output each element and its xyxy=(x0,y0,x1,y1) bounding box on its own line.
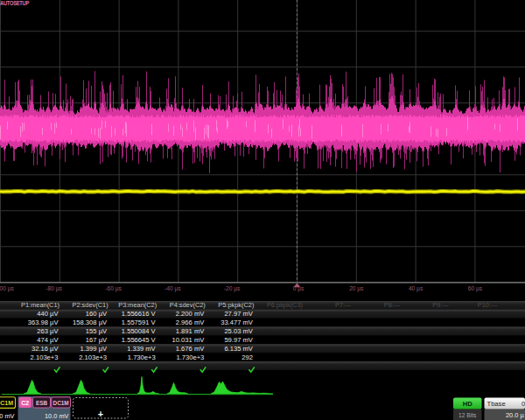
svg-text:+: + xyxy=(98,409,103,419)
svg-text:1.891 mV: 1.891 mV xyxy=(176,327,205,335)
svg-text:363.98 µV: 363.98 µV xyxy=(28,318,60,326)
svg-text:10.0 mV: 10.0 mV xyxy=(45,412,69,420)
svg-text:263 µV: 263 µV xyxy=(37,327,59,335)
svg-text:P2:sdev(C1): P2:sdev(C1) xyxy=(73,301,108,309)
svg-text:32.16 µV: 32.16 µV xyxy=(32,345,59,353)
svg-text:20 µs: 20 µs xyxy=(349,285,364,292)
svg-text:59.97 mV: 59.97 mV xyxy=(224,336,253,344)
svg-text:0: 0 xyxy=(522,400,525,408)
svg-text:ESB: ESB xyxy=(36,400,48,406)
svg-text:P4:sdev(C2): P4:sdev(C2) xyxy=(170,301,206,309)
svg-text:-60 µs: -60 µs xyxy=(105,285,122,292)
svg-text:440 µV: 440 µV xyxy=(37,310,59,318)
svg-text:1.730e+3: 1.730e+3 xyxy=(128,354,156,361)
svg-text:DC1M: DC1M xyxy=(0,400,13,406)
svg-text:6.135 mV: 6.135 mV xyxy=(224,345,253,353)
svg-text:P6:pkpk(C3): P6:pkpk(C3) xyxy=(267,301,303,309)
svg-text:2.200 mV: 2.200 mV xyxy=(176,310,205,318)
svg-text:1.730e+3: 1.730e+3 xyxy=(176,354,204,361)
svg-text:P7:---: P7:--- xyxy=(335,301,352,309)
svg-text:-40 µs: -40 µs xyxy=(164,285,181,292)
svg-text:P10:---: P10:--- xyxy=(478,301,498,309)
svg-text:474 µV: 474 µV xyxy=(37,336,59,344)
svg-text:25.03 mV: 25.03 mV xyxy=(224,327,253,335)
svg-text:00 µs: 00 µs xyxy=(0,285,14,292)
svg-text:40 µs: 40 µs xyxy=(409,285,424,292)
svg-text:60 µs: 60 µs xyxy=(468,285,483,292)
svg-text:-20 µs: -20 µs xyxy=(224,285,241,292)
svg-text:C2: C2 xyxy=(21,400,29,406)
svg-text:DC1M: DC1M xyxy=(53,400,69,406)
svg-text:P3:mean(C2): P3:mean(C2) xyxy=(118,301,157,309)
svg-text:1.556616 V: 1.556616 V xyxy=(122,310,157,318)
svg-text:167 µV: 167 µV xyxy=(86,336,108,344)
svg-text:1.399 µV: 1.399 µV xyxy=(80,345,108,353)
svg-text:12 Bits: 12 Bits xyxy=(458,412,477,418)
svg-text:155 µV: 155 µV xyxy=(86,327,108,335)
svg-text:20.0 µ: 20.0 µ xyxy=(506,411,524,419)
svg-text:160 µV: 160 µV xyxy=(86,310,108,318)
svg-text:158.308 µV: 158.308 µV xyxy=(73,318,108,326)
svg-text:27.97 mV: 27.97 mV xyxy=(224,310,253,318)
svg-text:2.103e+3: 2.103e+3 xyxy=(31,354,59,361)
svg-text:HD: HD xyxy=(463,400,472,408)
svg-text:1.339 mV: 1.339 mV xyxy=(127,345,156,353)
svg-text:10.031 mV: 10.031 mV xyxy=(172,336,206,344)
svg-text:AUTOSETUP: AUTOSETUP xyxy=(0,0,30,6)
svg-text:P5:pkpk(C2): P5:pkpk(C2) xyxy=(218,301,254,309)
svg-text:-80 µs: -80 µs xyxy=(46,285,62,292)
svg-text:1.676 mV: 1.676 mV xyxy=(176,345,205,353)
svg-text:Tbase: Tbase xyxy=(487,400,506,408)
svg-text:P9:---: P9:--- xyxy=(432,301,449,309)
svg-text:292: 292 xyxy=(242,354,253,361)
svg-text:P1:mean(C1): P1:mean(C1) xyxy=(21,301,60,309)
svg-text:33.477 mV: 33.477 mV xyxy=(220,318,254,326)
svg-text:2.966 mV: 2.966 mV xyxy=(176,318,205,326)
svg-text:1.550084 V: 1.550084 V xyxy=(122,327,157,335)
svg-text:2.103e+3: 2.103e+3 xyxy=(79,354,107,361)
svg-text:1.556645 V: 1.556645 V xyxy=(122,336,157,344)
svg-text:0 mV: 0 mV xyxy=(0,412,15,420)
svg-text:P8:---: P8:--- xyxy=(384,301,401,309)
svg-text:1.557591 V: 1.557591 V xyxy=(122,318,157,326)
